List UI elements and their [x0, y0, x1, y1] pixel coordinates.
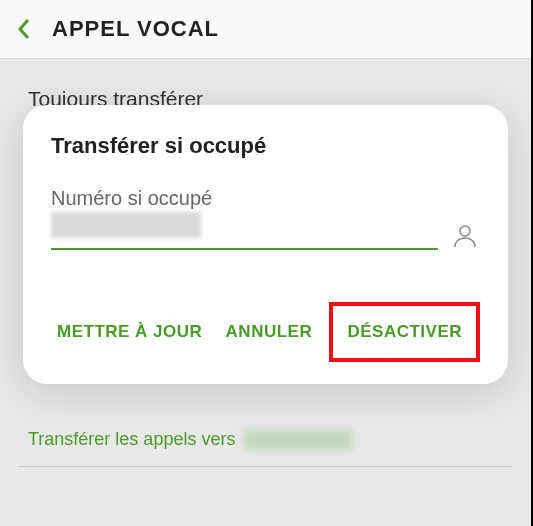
back-button[interactable] — [16, 17, 52, 41]
forward-busy-status-row[interactable]: Transférer les appels vers — [18, 421, 513, 462]
page-title: APPEL VOCAL — [52, 16, 219, 42]
deactivate-button[interactable]: DÉSACTIVER — [341, 312, 468, 352]
number-input-wrap — [51, 212, 438, 250]
contact-icon — [452, 222, 478, 248]
forward-busy-status-label: Transférer les appels vers — [28, 429, 235, 450]
redacted-number — [243, 430, 353, 450]
deactivate-highlight: DÉSACTIVER — [329, 302, 480, 362]
svg-point-0 — [460, 226, 470, 236]
divider — [18, 466, 513, 467]
app-bar: APPEL VOCAL — [0, 0, 531, 59]
dialog-button-row: METTRE À JOUR ANNULER DÉSACTIVER — [51, 302, 480, 366]
chevron-left-icon — [16, 17, 32, 41]
dialog-title: Transférer si occupé — [51, 133, 480, 159]
redacted-input-value — [51, 212, 201, 238]
pick-contact-button[interactable] — [450, 220, 480, 250]
forward-if-busy-dialog: Transférer si occupé Numéro si occupé ME… — [23, 105, 508, 384]
number-field-label: Numéro si occupé — [51, 187, 480, 210]
update-button[interactable]: METTRE À JOUR — [51, 312, 208, 352]
cancel-button[interactable]: ANNULER — [220, 312, 319, 352]
